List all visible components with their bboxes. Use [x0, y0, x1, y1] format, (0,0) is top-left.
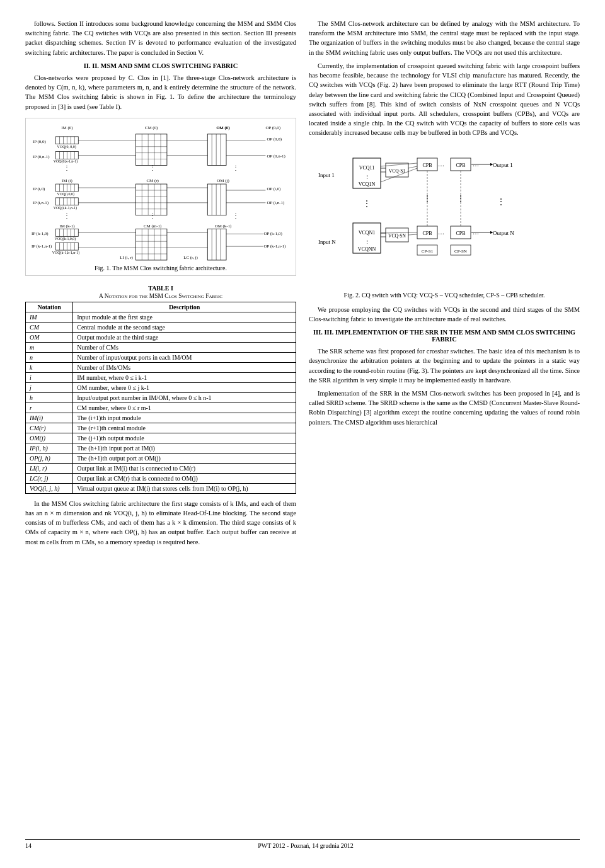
svg-text:OM (j): OM (j) — [217, 178, 229, 183]
notation-symbol: j — [26, 382, 73, 392]
paragraph-cq: Currently, the implementation of crosspo… — [309, 61, 580, 138]
svg-line-176 — [408, 166, 417, 168]
page-number-left: 14 — [25, 842, 32, 849]
notation-description: IM number, where 0 ≤ i k-1 — [73, 372, 296, 382]
notation-description: Central module at the second stage — [73, 322, 296, 332]
paragraph-propose: We propose employing the CQ switches wit… — [309, 305, 580, 324]
svg-text:CM (0): CM (0) — [145, 125, 158, 130]
svg-text:OP (i,0): OP (i,0) — [267, 186, 280, 191]
svg-text:⋮: ⋮ — [233, 164, 239, 171]
svg-text:⋮: ⋮ — [365, 239, 369, 244]
notation-symbol: OP(j, h) — [26, 453, 73, 463]
svg-text:VCQ1N: VCQ1N — [359, 181, 376, 187]
svg-text:⋮: ⋮ — [365, 174, 369, 180]
table-row: iIM number, where 0 ≤ i k-1 — [26, 372, 296, 382]
table-row: LI(i, r)Output link at IM(i) that is con… — [26, 463, 296, 473]
fig2-caption: Fig. 2. CQ switch with VCQ: VCQ-S – VCQ … — [309, 292, 580, 299]
paragraph-srr-1: The SRR scheme was first proposed for cr… — [309, 346, 580, 385]
svg-text:⋮: ⋮ — [497, 197, 505, 206]
svg-text:VOQ(i,0,0): VOQ(i,0,0) — [57, 192, 74, 197]
table-row: IMInput module at the first stage — [26, 312, 296, 322]
notation-symbol: r — [26, 403, 73, 413]
notation-description: Output link at IM(i) that is connected t… — [73, 463, 296, 473]
notation-symbol: h — [26, 392, 73, 403]
svg-line-178 — [408, 234, 417, 235]
notation-description: Output link at CM(r) that is connected t… — [73, 473, 296, 483]
svg-text:OP (k-1,0): OP (k-1,0) — [263, 231, 282, 236]
notation-symbol: k — [26, 362, 73, 372]
table-row: IP(i, h)The (h+1)th input port at IM(i) — [26, 443, 296, 453]
svg-rect-80 — [135, 229, 167, 260]
figure-2-block: Input 1 Input N VCQ11 ⋮ VCQ1N VCQ-S1 C — [309, 144, 580, 299]
notation-description: Output module at the third stage — [73, 332, 296, 342]
paragraph-smm: The SMM Clos-network architecture can be… — [309, 19, 580, 57]
notation-symbol: m — [26, 342, 73, 352]
svg-text:IM (i): IM (i) — [62, 178, 72, 183]
table-header-description: Description — [73, 302, 296, 312]
notation-symbol: LC(r, j) — [26, 473, 73, 483]
svg-text:…: … — [438, 161, 444, 168]
svg-text:VCQ-S1: VCQ-S1 — [389, 168, 406, 174]
footer-center-text: PWT 2012 - Poznań, 14 grudnia 2012 — [258, 842, 354, 849]
svg-rect-90 — [207, 134, 226, 166]
notation-description: OM number, where 0 ≤ j k-1 — [73, 382, 296, 392]
svg-text:⋮: ⋮ — [233, 212, 239, 219]
svg-text:VCQNN: VCQNN — [358, 246, 376, 252]
svg-text:CPB: CPB — [422, 231, 432, 236]
notation-description: The (h+1)th output port at OM(j) — [73, 453, 296, 463]
svg-text:LI (i, r): LI (i, r) — [120, 255, 133, 260]
svg-text:CPB: CPB — [456, 163, 465, 168]
notation-symbol: LI(i, r) — [26, 463, 73, 473]
svg-text:Input 1: Input 1 — [318, 172, 335, 178]
section-heading-ii: II. II. MSM AND SMM CLOS SWITCHING FABRI… — [25, 62, 296, 69]
svg-text:LC (r, j): LC (r, j) — [183, 255, 198, 260]
svg-text:Input N: Input N — [318, 239, 336, 245]
svg-text:IP (0,0): IP (0,0) — [33, 139, 46, 144]
svg-text:IP (k-1,n-1): IP (k-1,n-1) — [32, 244, 52, 249]
svg-text:CM (r): CM (r) — [146, 178, 158, 183]
svg-text:⋮: ⋮ — [457, 194, 464, 203]
table-row: CMCentral module at the second stage — [26, 322, 296, 332]
svg-text:OP (0,0): OP (0,0) — [267, 137, 282, 142]
svg-text:OM (0): OM (0) — [217, 125, 230, 130]
table-subtitle: A Notation for the MSM Clos Switching Fa… — [25, 293, 296, 299]
notation-description: Input module at the first stage — [73, 312, 296, 322]
svg-text:IP (k-1,0): IP (k-1,0) — [32, 231, 49, 236]
figure-1-svg: IM (0) CM (0) OM (0) OP (0,0) IP (0,0) V… — [30, 122, 292, 261]
two-column-layout: follows. Section II introduces some back… — [25, 19, 580, 831]
fig1-caption: Fig. 1. The MSM Clos switching fabric ar… — [30, 265, 292, 271]
svg-text:CP-S1: CP-S1 — [422, 249, 434, 254]
svg-line-174 — [381, 163, 417, 166]
svg-text:Output N: Output N — [493, 230, 514, 236]
table-row: nNumber of input/output ports in each IM… — [26, 352, 296, 362]
svg-text:VOQ(i,k-1,n-1): VOQ(i,k-1,n-1) — [54, 205, 77, 210]
svg-text:CPB: CPB — [422, 163, 432, 168]
table-row: jOM number, where 0 ≤ j k-1 — [26, 382, 296, 392]
paragraph-msm-detail: In the MSM Clos switching fabric archite… — [25, 499, 296, 547]
notation-description: Number of CMs — [73, 342, 296, 352]
svg-text:Output 1: Output 1 — [493, 162, 513, 168]
table-title: TABLE I — [25, 285, 296, 292]
notation-symbol: i — [26, 372, 73, 382]
notation-description: The (r+1)th central module — [73, 423, 296, 433]
svg-text:CM (m-1): CM (m-1) — [144, 224, 161, 229]
svg-text:OP (k-1,n-1): OP (k-1,n-1) — [263, 244, 285, 249]
svg-text:IP (i,0): IP (i,0) — [33, 186, 45, 191]
notation-symbol: n — [26, 352, 73, 362]
figure-2-svg: Input 1 Input N VCQ11 ⋮ VCQ1N VCQ-S1 C — [315, 144, 573, 289]
table-row: OP(j, h)The (h+1)th output port at OM(j) — [26, 453, 296, 463]
svg-rect-70 — [135, 184, 167, 215]
svg-text:IP (0,n-1): IP (0,n-1) — [33, 154, 50, 159]
svg-text:…: … — [438, 229, 444, 236]
svg-text:⋮: ⋮ — [64, 212, 70, 219]
svg-text:⋮: ⋮ — [424, 194, 431, 203]
svg-rect-100 — [207, 229, 226, 260]
notation-description: The (j+1)th output module — [73, 433, 296, 443]
svg-text:VOQ(0,k-1,n-1): VOQ(0,k-1,n-1) — [54, 159, 78, 164]
svg-text:…: … — [473, 229, 479, 236]
notation-description: CM number, where 0 ≤ r m-1 — [73, 403, 296, 413]
svg-text:CPB: CPB — [456, 231, 465, 236]
svg-text:⋮: ⋮ — [149, 212, 156, 219]
svg-text:OM (k-1): OM (k-1) — [215, 224, 232, 229]
table-row: hInput/output port number in IM/OM, wher… — [26, 392, 296, 403]
